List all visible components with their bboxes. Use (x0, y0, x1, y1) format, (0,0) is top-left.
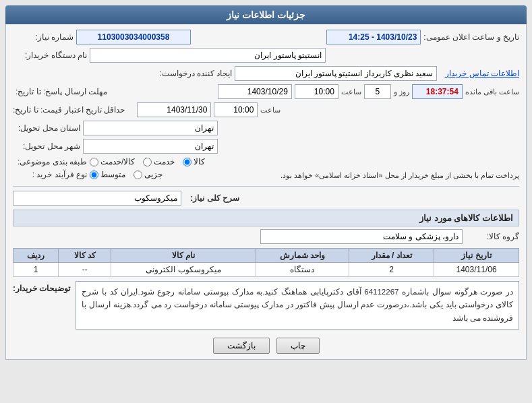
mohlat-remaining-label: ساعت باقی مانده (465, 88, 519, 96)
ijad-label: ایجاد کننده درخواست: (151, 69, 232, 78)
tarikh-label: تاریخ و ساعت اعلان عمومی: (423, 32, 519, 42)
page-title: جزئیات اطلاعات نیاز (227, 9, 305, 20)
cell-radif: 1 (13, 262, 59, 276)
cell-name-kala: میکروسکوب الکترونی (111, 262, 256, 276)
mohlat-label: مهلت ارسال پاسخ: تا تاریخ: (13, 87, 107, 96)
sarh-input[interactable] (13, 191, 181, 206)
table-row: 1403/11/06 2 دستگاه میکروسکوب الکترونی -… (13, 262, 519, 276)
nav-jozi-radio[interactable] (134, 170, 142, 179)
cell-tedad: 2 (349, 262, 434, 276)
tabaghe-kala-khidmat-label: کالا/خدمت (100, 157, 135, 166)
ostan-input[interactable] (83, 121, 218, 135)
nav-motavset-label: متوسط (100, 170, 125, 179)
nav-farayand-radio-group: متوسط جزیی (90, 170, 162, 179)
chap-button[interactable]: چاپ (276, 338, 320, 354)
ettelaat-link[interactable]: اطلاعات تماس خریدار (445, 69, 519, 78)
col-tedad: تعداد / مقدار (349, 248, 434, 262)
hadaghal-date-input[interactable] (137, 102, 211, 117)
ostan-label: استان محل تحویل: (13, 123, 80, 133)
kala-table: تاریخ نیاز تعداد / مقدار واحد شمارش نام … (13, 248, 519, 277)
name-dastgah-label: نام دستگاه خریدار: (13, 51, 87, 60)
tabaghe-radio-group: کالا/خدمت خدمت کالا (90, 157, 205, 166)
cell-vahed: دستگاه (256, 262, 349, 276)
tabaghe-kala-khidmat[interactable]: کالا/خدمت (90, 157, 135, 166)
tabaghe-kala-label: کالا (194, 157, 205, 166)
tabaghe-khidmat-radio[interactable] (143, 158, 152, 166)
col-kod: کد کالا (59, 248, 111, 262)
nav-motavset-radio[interactable] (90, 170, 98, 179)
hadaghal-saaat-static: ساعت (260, 106, 280, 115)
mohlat-rooz-input[interactable] (364, 84, 391, 99)
shomara-label: شماره نیاز: (13, 32, 73, 42)
cell-tarikh: 1403/11/06 (434, 262, 519, 276)
tabaghe-kala[interactable]: کالا (183, 157, 205, 166)
bottom-buttons: چاپ بازگشت (13, 338, 519, 354)
cell-kod: -- (59, 262, 111, 276)
col-name-kala: نام کالا (111, 248, 256, 262)
toseeat-label: توضیحات خریدار: (13, 281, 70, 293)
toseeat-box: در صورت هرگونه سوال باشماره 64112267 آقا… (76, 281, 519, 330)
nav-jozi-label: جزیی (144, 170, 162, 179)
tabaghe-kala-radio[interactable] (183, 158, 191, 166)
bazgasht-button[interactable]: بازگشت (213, 338, 270, 354)
shahr-label: شهر محل تحویل: (13, 142, 80, 151)
tabaghe-khidmat-label: خدمت (154, 157, 175, 166)
tabaghe-label: طبقه بندی موضوعی: (13, 157, 87, 166)
nav-jozi[interactable]: جزیی (134, 170, 162, 179)
toseeat-text: در صورت هرگونه سوال باشماره 64112267 آقا… (82, 288, 513, 322)
tabaghe-khidmat[interactable]: خدمت (143, 157, 175, 166)
shomara-input[interactable] (76, 30, 191, 44)
mohlat-saaat-remaining (412, 84, 463, 99)
saaat-static: ساعت (341, 88, 361, 96)
col-vahed: واحد شمارش (256, 248, 349, 262)
ijad-input[interactable] (235, 66, 437, 81)
name-dastgah-input[interactable] (90, 48, 326, 63)
mohlat-time-input[interactable] (295, 84, 338, 99)
col-radif: ردیف (13, 248, 59, 262)
nav-farayand-note: پرداخت تمام با بخشی از مبلغ خریدار از مح… (172, 170, 519, 182)
sarh-label: سرح کلی نیاز: (185, 193, 239, 203)
hadaghal-label: حداقل تاریخ اعتبار قیمت: تا تاریخ: (13, 105, 125, 115)
nav-motavset[interactable]: متوسط (90, 170, 125, 179)
mohlat-rooz-label: روز و (394, 88, 409, 96)
col-tarikh: تاریخ نیاز (434, 248, 519, 262)
etelaat-section-title: اطلاعات کالاهای مورد نیاز (13, 210, 519, 226)
goroh-input[interactable] (260, 229, 463, 244)
hadaghal-time-input[interactable] (214, 102, 258, 117)
tabaghe-kala-khidmat-radio[interactable] (90, 158, 98, 166)
tarikh-input[interactable] (326, 30, 421, 44)
goroh-label: گروه کالا: (465, 232, 519, 241)
shahr-input[interactable] (83, 139, 218, 154)
page-header: جزئیات اطلاعات نیاز (5, 5, 527, 24)
nav-farayand-label: نوع فرآیند خرید : (13, 170, 87, 179)
mohlat-date-input[interactable] (218, 84, 292, 99)
